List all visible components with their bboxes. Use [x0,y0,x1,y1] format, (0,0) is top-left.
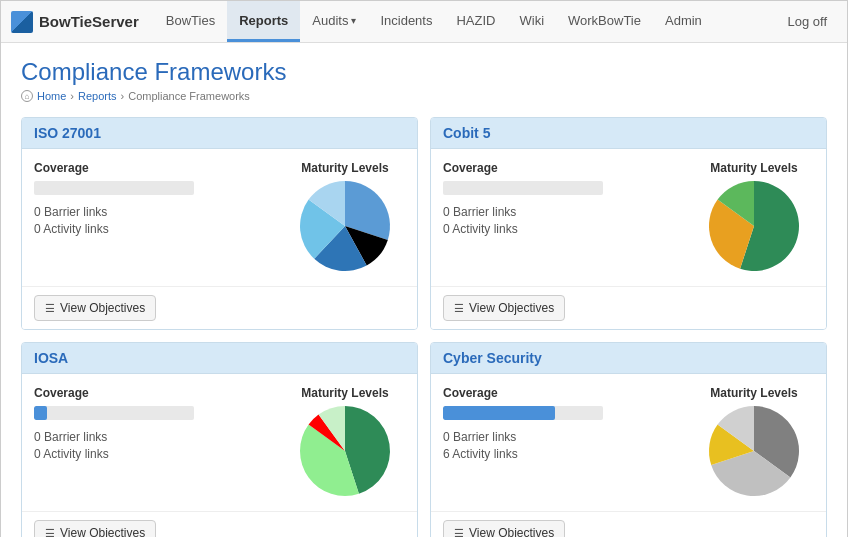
page-content: Compliance Frameworks ⌂ Home › Reports ›… [1,43,847,537]
view-objectives-button-iosa[interactable]: ☰ View Objectives [34,520,156,537]
coverage-bar-bg [443,406,603,420]
nav-item-workbowtie[interactable]: WorkBowTie [556,1,653,42]
card-left-cybersecurity: Coverage 0 Barrier links 6 Activity link… [443,386,684,499]
home-icon: ⌂ [21,90,33,102]
barrier-links: 0 Barrier links [34,430,275,444]
activity-links: 0 Activity links [34,222,275,236]
card-body-iosa: Coverage 0 Barrier links 0 Activity link… [22,374,417,511]
maturity-label: Maturity Levels [709,161,799,175]
card-header-cobit5: Cobit 5 [431,118,826,149]
card-header-iosa: IOSA [22,343,417,374]
nav-items: BowTiesReportsAudits▾IncidentsHAZIDWikiW… [154,1,778,42]
card-footer-iosa: ☰ View Objectives [22,511,417,537]
pie-chart [300,406,390,496]
brand: BowTieServer [11,11,139,33]
nav-item-incidents[interactable]: Incidents [368,1,444,42]
pie-chart [300,181,390,271]
breadcrumb-home[interactable]: Home [37,90,66,102]
dropdown-arrow-icon: ▾ [351,15,356,26]
activity-links: 6 Activity links [443,447,684,461]
view-objectives-button-cybersecurity[interactable]: ☰ View Objectives [443,520,565,537]
maturity-label: Maturity Levels [300,386,390,400]
coverage-label: Coverage [443,161,684,175]
coverage-bar-fill [34,406,47,420]
breadcrumb: ⌂ Home › Reports › Compliance Frameworks [21,90,827,102]
card-header-iso27001: ISO 27001 [22,118,417,149]
card-body-cybersecurity: Coverage 0 Barrier links 6 Activity link… [431,374,826,511]
card-right-iso27001: Maturity Levels [285,161,405,274]
nav-item-audits[interactable]: Audits▾ [300,1,368,42]
card-footer-cobit5: ☰ View Objectives [431,286,826,329]
activity-links: 0 Activity links [443,222,684,236]
card-left-cobit5: Coverage 0 Barrier links 0 Activity link… [443,161,684,274]
brand-icon [11,11,33,33]
framework-card-iso27001: ISO 27001 Coverage 0 Barrier links 0 Act… [21,117,418,330]
nav-item-wiki[interactable]: Wiki [507,1,556,42]
coverage-label: Coverage [34,386,275,400]
view-objectives-button-cobit5[interactable]: ☰ View Objectives [443,295,565,321]
card-right-cybersecurity: Maturity Levels [694,386,814,499]
coverage-bar-fill [443,406,555,420]
barrier-links: 0 Barrier links [443,430,684,444]
pie-chart [709,406,799,496]
navbar: BowTieServer BowTiesReportsAudits▾Incide… [1,1,847,43]
coverage-label: Coverage [34,161,275,175]
nav-item-hazid[interactable]: HAZID [444,1,507,42]
coverage-bar-bg [34,406,194,420]
card-footer-cybersecurity: ☰ View Objectives [431,511,826,537]
page-title: Compliance Frameworks [21,58,827,86]
view-objectives-button-iso27001[interactable]: ☰ View Objectives [34,295,156,321]
nav-item-reports[interactable]: Reports [227,1,300,42]
breadcrumb-current: Compliance Frameworks [128,90,250,102]
framework-card-cybersecurity: Cyber Security Coverage 0 Barrier links … [430,342,827,537]
framework-card-iosa: IOSA Coverage 0 Barrier links 0 Activity… [21,342,418,537]
card-right-iosa: Maturity Levels [285,386,405,499]
card-left-iosa: Coverage 0 Barrier links 0 Activity link… [34,386,275,499]
barrier-links: 0 Barrier links [443,205,684,219]
card-footer-iso27001: ☰ View Objectives [22,286,417,329]
pie-chart [709,181,799,271]
frameworks-grid: ISO 27001 Coverage 0 Barrier links 0 Act… [21,117,827,537]
card-left-iso27001: Coverage 0 Barrier links 0 Activity link… [34,161,275,274]
maturity-label: Maturity Levels [709,386,799,400]
list-icon: ☰ [454,527,464,538]
framework-card-cobit5: Cobit 5 Coverage 0 Barrier links 0 Activ… [430,117,827,330]
activity-links: 0 Activity links [34,447,275,461]
coverage-label: Coverage [443,386,684,400]
card-header-cybersecurity: Cyber Security [431,343,826,374]
card-body-iso27001: Coverage 0 Barrier links 0 Activity link… [22,149,417,286]
breadcrumb-reports[interactable]: Reports [78,90,117,102]
nav-item-admin[interactable]: Admin [653,1,714,42]
list-icon: ☰ [454,302,464,315]
card-body-cobit5: Coverage 0 Barrier links 0 Activity link… [431,149,826,286]
logout-button[interactable]: Log off [777,14,837,29]
coverage-bar-bg [34,181,194,195]
coverage-bar-bg [443,181,603,195]
card-right-cobit5: Maturity Levels [694,161,814,274]
nav-item-bowties[interactable]: BowTies [154,1,227,42]
maturity-label: Maturity Levels [300,161,390,175]
barrier-links: 0 Barrier links [34,205,275,219]
list-icon: ☰ [45,302,55,315]
list-icon: ☰ [45,527,55,538]
brand-name: BowTieServer [39,13,139,30]
